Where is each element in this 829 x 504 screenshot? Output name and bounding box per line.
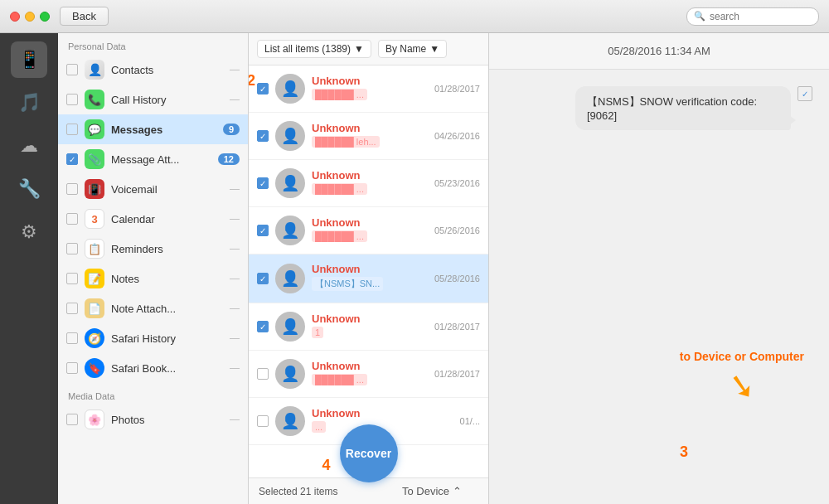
msg-checkbox-7[interactable] bbox=[257, 368, 269, 380]
message-bubble: 【NSMS】SNOW verification code: [9062] bbox=[575, 86, 791, 130]
nav-item-tools[interactable]: 🔧 bbox=[11, 171, 47, 207]
note-attach-checkbox[interactable] bbox=[66, 303, 78, 314]
msg-checkbox-1[interactable]: ✓ bbox=[257, 83, 269, 94]
messages-label: Messages bbox=[111, 124, 216, 136]
message-item[interactable]: ✓ 👤 Unknown 1 01/28/2017 bbox=[249, 303, 488, 351]
to-device-button[interactable]: To Device ⌃ bbox=[402, 485, 478, 497]
back-button[interactable]: Back bbox=[60, 7, 109, 26]
message-item[interactable]: 👤 Unknown ██████ ... 01/28/2017 bbox=[249, 351, 488, 398]
recover-button[interactable]: Recover bbox=[340, 424, 398, 482]
bubble-text: 【NSMS】SNOW verification code: [9062] bbox=[587, 95, 757, 122]
msg-preview-5: 【NSMS】SN... bbox=[312, 277, 383, 291]
traffic-lights bbox=[10, 12, 50, 22]
nav-item-music[interactable]: 🎵 bbox=[11, 85, 47, 121]
message-att-icon: 📎 bbox=[85, 149, 104, 169]
msg-date-1: 01/28/2017 bbox=[434, 84, 480, 94]
note-attach-dash: — bbox=[230, 303, 240, 314]
sidebar-item-safari-history[interactable]: 🧭 Safari History — bbox=[58, 323, 248, 353]
sidebar-item-safari-book[interactable]: 🔖 Safari Book... — bbox=[58, 353, 248, 383]
search-icon: 🔍 bbox=[694, 11, 705, 22]
messages-checkbox[interactable] bbox=[66, 124, 78, 135]
message-item[interactable]: ✓ 👤 Unknown 【NSMS】SN... 05/28/2016 bbox=[249, 254, 488, 303]
message-list: 2 ✓ 👤 Unknown ██████ ... 01/28/2017 ✓ 👤 … bbox=[249, 65, 488, 477]
sidebar-item-message-att[interactable]: ✓ 📎 Message Att... 12 bbox=[58, 144, 248, 174]
msg-date-7: 01/28/2017 bbox=[434, 369, 480, 379]
contacts-label: Contacts bbox=[111, 64, 223, 76]
search-input[interactable] bbox=[710, 11, 809, 22]
message-att-checkbox[interactable]: ✓ bbox=[66, 153, 78, 165]
calendar-label: Calendar bbox=[111, 213, 223, 225]
sidebar-item-reminders[interactable]: 📋 Reminders — bbox=[58, 234, 248, 264]
calendar-checkbox[interactable] bbox=[66, 213, 78, 225]
safari-history-label: Safari History bbox=[111, 332, 223, 345]
msg-avatar-1: 👤 bbox=[275, 74, 305, 104]
sidebar-item-notes[interactable]: 📝 Notes — bbox=[58, 264, 248, 293]
to-device-chevron-icon: ⌃ bbox=[453, 485, 462, 497]
filter-button[interactable]: List all items (1389) ▼ bbox=[257, 40, 371, 58]
msg-avatar-3: 👤 bbox=[275, 168, 305, 198]
nav-item-gear[interactable]: ⚙ bbox=[11, 214, 47, 250]
nav-item-cloud[interactable]: ☁ bbox=[11, 128, 47, 164]
safari-book-checkbox[interactable] bbox=[66, 362, 78, 374]
msg-checkbox-8[interactable] bbox=[257, 415, 269, 427]
msg-avatar-4: 👤 bbox=[275, 216, 305, 245]
photos-dash: — bbox=[230, 414, 240, 425]
reminders-checkbox[interactable] bbox=[66, 243, 78, 254]
msg-checkbox-5[interactable]: ✓ bbox=[257, 273, 269, 284]
msg-checkbox-3[interactable]: ✓ bbox=[257, 177, 269, 189]
reminders-dash: — bbox=[230, 243, 240, 254]
middle-panel: List all items (1389) ▼ By Name ▼ 2 ✓ 👤 … bbox=[249, 33, 489, 504]
msg-content-5: Unknown 【NSMS】SN... bbox=[312, 263, 428, 294]
photos-checkbox[interactable] bbox=[66, 414, 78, 425]
message-att-label: Message Att... bbox=[111, 153, 211, 166]
sidebar-item-voicemail[interactable]: 📳 Voicemail — bbox=[58, 174, 248, 204]
message-item[interactable]: ✓ 👤 Unknown ██████ ... 05/23/2016 bbox=[249, 160, 488, 207]
msg-avatar-2: 👤 bbox=[275, 121, 305, 151]
msg-checkbox-6[interactable]: ✓ bbox=[257, 321, 269, 332]
message-item[interactable]: ✓ 👤 Unknown ██████ ... 05/26/2016 bbox=[249, 207, 488, 254]
minimize-button[interactable] bbox=[25, 12, 35, 22]
msg-content-6: Unknown 1 bbox=[312, 313, 428, 342]
voicemail-checkbox[interactable] bbox=[66, 183, 78, 195]
search-bar[interactable]: 🔍 bbox=[686, 7, 819, 26]
sidebar-item-contacts[interactable]: 👤 Contacts — bbox=[58, 55, 248, 85]
right-panel-relative: 05/28/2016 11:34 AM 【NSMS】SNOW verificat… bbox=[489, 33, 829, 504]
sort-button[interactable]: By Name ▼ bbox=[378, 40, 447, 58]
msg-checkbox-2[interactable]: ✓ bbox=[257, 130, 269, 142]
notes-dash: — bbox=[230, 273, 240, 284]
call-history-icon: 📞 bbox=[85, 90, 104, 109]
msg-preview-4: ██████ ... bbox=[312, 230, 367, 242]
maximize-button[interactable] bbox=[40, 12, 50, 22]
safari-book-label: Safari Book... bbox=[111, 362, 223, 375]
notes-checkbox[interactable] bbox=[66, 273, 78, 284]
message-item[interactable]: 2 ✓ 👤 Unknown ██████ ... 01/28/2017 bbox=[249, 65, 488, 113]
msg-checkbox-4[interactable]: ✓ bbox=[257, 225, 269, 236]
close-button[interactable] bbox=[10, 12, 20, 22]
detail-checkbox[interactable]: ✓ bbox=[797, 86, 812, 101]
contacts-icon: 👤 bbox=[85, 60, 104, 80]
sidebar-item-messages[interactable]: 1 💬 Messages 9 bbox=[58, 114, 248, 144]
reminders-label: Reminders bbox=[111, 243, 223, 255]
message-list-container: 2 ✓ 👤 Unknown ██████ ... 01/28/2017 ✓ 👤 … bbox=[249, 65, 488, 504]
message-item[interactable]: ✓ 👤 Unknown ██████ leh... 04/26/2016 bbox=[249, 113, 488, 160]
contacts-checkbox[interactable] bbox=[66, 64, 78, 75]
title-bar: Back 🔍 bbox=[0, 0, 829, 33]
note-attach-label: Note Attach... bbox=[111, 303, 223, 315]
middle-footer: Selected 21 items 4 Recover To Device ⌃ bbox=[249, 477, 488, 504]
safari-history-checkbox[interactable] bbox=[66, 332, 78, 344]
msg-date-2: 04/26/2016 bbox=[434, 131, 480, 141]
msg-name-1: Unknown bbox=[312, 75, 428, 87]
sidebar-item-note-attach[interactable]: 📄 Note Attach... — bbox=[58, 293, 248, 323]
sidebar-item-call-history[interactable]: 📞 Call History — bbox=[58, 85, 248, 114]
msg-name-3: Unknown bbox=[312, 169, 428, 182]
call-history-checkbox[interactable] bbox=[66, 94, 78, 105]
right-panel: 05/28/2016 11:34 AM 【NSMS】SNOW verificat… bbox=[489, 33, 829, 504]
nav-item-phone[interactable]: 📱 bbox=[11, 41, 47, 78]
safari-book-icon: 🔖 bbox=[85, 358, 104, 378]
sidebar-item-calendar[interactable]: 3 Calendar — bbox=[58, 204, 248, 234]
main-layout: 📱 🎵 ☁ 🔧 ⚙ Personal Data 👤 Contacts — 📞 C… bbox=[0, 33, 829, 504]
msg-date-8: 01/... bbox=[460, 416, 480, 426]
notes-icon: 📝 bbox=[85, 269, 104, 288]
sidebar-item-photos[interactable]: 🌸 Photos — bbox=[58, 405, 248, 434]
msg-content-7: Unknown ██████ ... bbox=[312, 360, 428, 389]
